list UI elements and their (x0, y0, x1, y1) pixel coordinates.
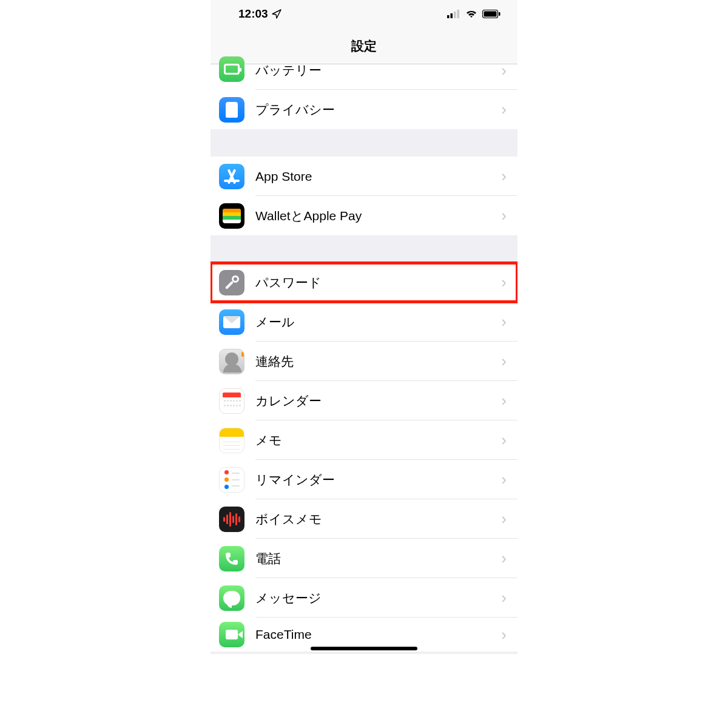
battery-icon (219, 56, 244, 82)
voicememo-icon (219, 507, 244, 532)
row-label: App Store (244, 169, 501, 184)
calendar-icon (219, 388, 244, 414)
settings-row-passwords[interactable]: パスワード › (211, 263, 517, 302)
settings-row-calendar[interactable]: カレンダー › (211, 381, 517, 420)
nav-title: 設定 (351, 38, 377, 55)
settings-group-3: パスワード › メール › 連絡先 › カレンダー › メモ › (211, 263, 517, 652)
home-indicator[interactable] (311, 647, 417, 650)
location-icon (272, 9, 281, 19)
settings-row-notes[interactable]: メモ › (211, 420, 517, 460)
hand-icon (219, 97, 244, 123)
chevron-right-icon: › (501, 206, 507, 225)
svg-rect-6 (499, 12, 500, 16)
cellular-icon (447, 10, 460, 18)
status-time: 12:03 (238, 7, 268, 21)
chevron-right-icon: › (501, 549, 507, 568)
settings-row-reminders[interactable]: リマインダー › (211, 460, 517, 499)
nav-title-bar: 設定 (211, 28, 517, 64)
row-label: メッセージ (244, 590, 501, 607)
settings-group-2: App Store › WalletとApple Pay › (211, 157, 517, 235)
facetime-icon (219, 622, 244, 647)
row-label: FaceTime (244, 627, 501, 642)
row-label: 連絡先 (244, 353, 501, 370)
row-label: メモ (244, 432, 501, 449)
settings-row-voicememos[interactable]: ボイスメモ › (211, 499, 517, 539)
row-label: リマインダー (244, 471, 501, 488)
svg-rect-3 (457, 10, 460, 18)
contacts-icon (219, 349, 244, 374)
settings-row-privacy[interactable]: プライバシー › (211, 90, 517, 129)
row-label: バッテリー (244, 62, 501, 79)
row-label: WalletとApple Pay (244, 207, 501, 224)
row-label: ボイスメモ (244, 511, 501, 528)
row-label: カレンダー (244, 393, 501, 410)
chevron-right-icon: › (501, 61, 507, 80)
row-label: 電話 (244, 550, 501, 567)
battery-status-icon (482, 10, 500, 18)
phone-frame: 12:03 設定 バッテリー › プライバシー › App Store › (211, 0, 517, 654)
notes-icon (219, 428, 244, 453)
settings-row-mail[interactable]: メール › (211, 302, 517, 342)
settings-row-messages[interactable]: メッセージ › (211, 578, 517, 618)
settings-row-appstore[interactable]: App Store › (211, 157, 517, 196)
wifi-icon (465, 10, 477, 18)
key-icon (219, 270, 244, 295)
svg-rect-5 (484, 12, 497, 17)
wallet-icon (219, 203, 244, 229)
settings-row-contacts[interactable]: 連絡先 › (211, 342, 517, 381)
chevron-right-icon: › (501, 625, 507, 644)
svg-rect-2 (454, 12, 456, 18)
chevron-right-icon: › (501, 167, 507, 186)
row-label: パスワード (244, 274, 501, 291)
row-label: プライバシー (244, 101, 501, 118)
settings-group-1: バッテリー › プライバシー › (211, 64, 517, 129)
phone-icon (219, 546, 244, 571)
settings-row-wallet[interactable]: WalletとApple Pay › (211, 196, 517, 235)
svg-rect-1 (451, 13, 453, 18)
svg-rect-0 (447, 15, 450, 18)
chevron-right-icon: › (501, 273, 507, 292)
mail-icon (219, 309, 244, 335)
reminders-icon (219, 467, 244, 493)
status-bar: 12:03 (211, 0, 517, 28)
row-label: メール (244, 314, 501, 331)
chevron-right-icon: › (501, 100, 507, 119)
chevron-right-icon: › (501, 510, 507, 528)
chevron-right-icon: › (501, 391, 507, 410)
chevron-right-icon: › (501, 312, 507, 331)
settings-row-phone[interactable]: 電話 › (211, 539, 517, 578)
chevron-right-icon: › (501, 588, 507, 607)
chevron-right-icon: › (501, 470, 507, 489)
messages-icon (219, 585, 244, 611)
settings-row-battery[interactable]: バッテリー › (211, 64, 517, 90)
chevron-right-icon: › (501, 431, 507, 450)
appstore-icon (219, 164, 244, 189)
chevron-right-icon: › (501, 352, 507, 371)
